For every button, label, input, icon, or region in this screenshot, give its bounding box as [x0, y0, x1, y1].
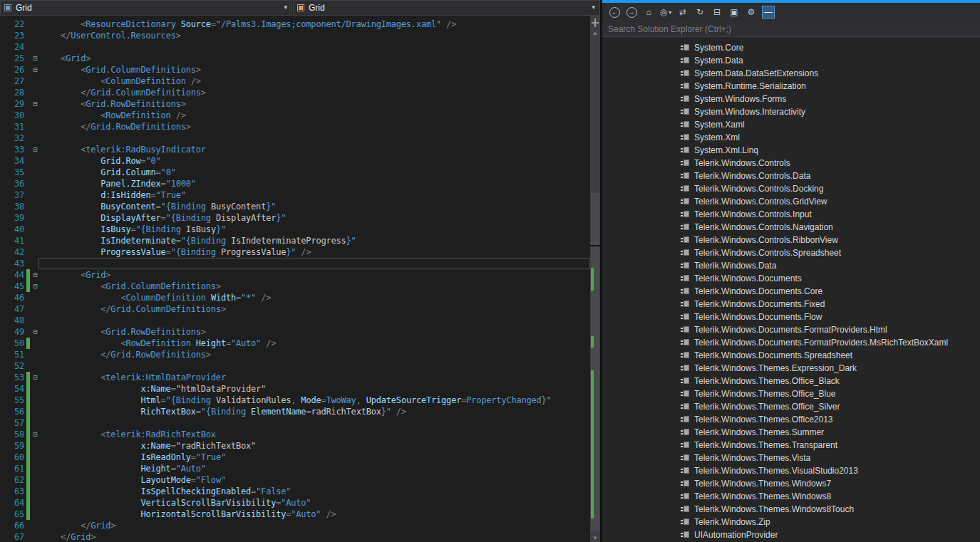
fold-toggle-icon[interactable]: ⊟ — [30, 53, 41, 64]
reference-item[interactable]: Telerik.Windows.Themes.Summer — [602, 426, 980, 439]
code-area[interactable]: 22 <ResourceDictionary Source="/Palms3.I… — [0, 16, 590, 542]
code-line[interactable]: 45⊟ <Grid.ColumnDefinitions> — [0, 281, 590, 292]
reference-item[interactable]: System.Windows.Interactivity — [602, 105, 980, 118]
code-line[interactable]: 39 DisplayAfter="{Binding DisplayAfter}" — [0, 212, 590, 224]
reference-item[interactable]: System.Runtime.Serialization — [602, 80, 980, 93]
code-line[interactable]: 47 </Grid.ColumnDefinitions> — [0, 303, 590, 315]
code-line[interactable]: 28 </Grid.ColumnDefinitions> — [0, 87, 590, 98]
code-line[interactable]: 57 — [0, 417, 590, 429]
reference-item[interactable]: Telerik.Windows.Zip — [602, 516, 980, 528]
code-line[interactable]: 36 Panel.ZIndex="1000" — [0, 178, 590, 189]
reference-item[interactable]: Telerik.Windows.Themes.Transparent — [602, 439, 980, 452]
reference-item[interactable]: System.Data.DataSetExtensions — [602, 67, 980, 80]
reference-item[interactable]: Telerik.Windows.Themes.Office_Black — [602, 375, 980, 387]
reference-item[interactable]: Telerik.Windows.Controls.GridView — [602, 195, 980, 208]
reference-item[interactable]: System.Xml — [602, 131, 980, 144]
code-line[interactable]: 52 — [0, 360, 590, 372]
reference-item[interactable]: System.Data — [602, 54, 980, 67]
scroll-down-button[interactable]: ▼ — [590, 535, 600, 541]
reference-item[interactable]: Telerik.Windows.Controls.Data — [602, 170, 980, 182]
reference-item[interactable]: Telerik.Windows.Controls.RibbonView — [602, 234, 980, 246]
code-line[interactable]: 33⊟ <telerik:RadBusyIndicator — [0, 144, 590, 155]
code-line[interactable]: 60 IsReadOnly="True" — [0, 452, 590, 463]
code-line[interactable]: 35 Grid.Column="0" — [0, 167, 590, 178]
code-line[interactable]: 42 ProgressValue="{Binding ProgressValue… — [0, 246, 590, 258]
code-line[interactable]: 26⊟ <Grid.ColumnDefinitions> — [0, 64, 590, 75]
code-line[interactable]: 61 Height="Auto" — [0, 463, 590, 474]
code-line[interactable]: 64 VerticalScrollBarVisibility="Auto" — [0, 497, 590, 509]
fold-toggle-icon[interactable]: ⊟ — [30, 281, 41, 292]
reference-item[interactable]: Telerik.Windows.Documents.Flow — [602, 311, 980, 323]
code-line[interactable]: 43 — [0, 258, 590, 269]
code-line[interactable]: 65 HorizontalScrollBarVisibility="Auto" … — [0, 509, 590, 520]
code-line[interactable]: 32 — [0, 132, 590, 144]
code-line[interactable]: 31 </Grid.RowDefinitions> — [0, 121, 590, 132]
splitter-grip[interactable] — [592, 19, 599, 27]
code-line[interactable]: 67 </Grid> — [0, 531, 590, 542]
code-line[interactable]: 54 x:Name="htmlDataProvider" — [0, 383, 590, 395]
code-line[interactable]: 56 RichTextBox="{Binding ElementName=rad… — [0, 406, 590, 417]
back-button[interactable]: ← — [608, 6, 621, 19]
reference-item[interactable]: Telerik.Windows.Themes.Windows7 — [602, 477, 980, 490]
code-line[interactable]: 38 BusyContent="{Binding BusyContent}" — [0, 201, 590, 212]
reference-item[interactable]: UIAutomationProvider — [602, 528, 980, 541]
code-line[interactable]: 34 Grid.Row="0" — [0, 155, 590, 167]
reference-item[interactable]: Telerik.Windows.Controls — [602, 157, 980, 170]
scroll-up-button[interactable]: ▲ — [590, 30, 600, 36]
fold-toggle-icon[interactable]: ⊟ — [30, 64, 41, 75]
code-line[interactable]: 24 — [0, 41, 590, 53]
code-line[interactable]: 40 IsBusy="{Binding IsBusy}" — [0, 224, 590, 235]
editor-vertical-scrollbar[interactable]: ▲ ▼ — [590, 16, 600, 542]
preview-selected-items-button[interactable]: — — [762, 6, 775, 19]
reference-item[interactable]: System.Xml.Linq — [602, 144, 980, 157]
navbar-class-dropdown[interactable]: Grid ▾ — [0, 0, 292, 16]
reference-item[interactable]: Telerik.Windows.Documents — [602, 272, 980, 285]
code-line[interactable]: 48 — [0, 315, 590, 326]
collapse-all-button[interactable]: ⊟ — [711, 6, 723, 19]
code-line[interactable]: 25⊟ <Grid> — [0, 53, 590, 64]
reference-item[interactable]: Telerik.Windows.Themes.Office_Blue — [602, 387, 980, 400]
refresh-button[interactable]: ↻ — [693, 6, 706, 19]
code-line[interactable]: 30 <RowDefinition /> — [0, 110, 590, 121]
reference-item[interactable]: Telerik.Windows.Controls.Docking — [602, 182, 980, 195]
switch-views-button[interactable]: ◎▾ — [659, 6, 672, 19]
home-button[interactable]: ⌂ — [642, 6, 655, 19]
code-line[interactable]: 27 <ColumnDefinition /> — [0, 75, 590, 87]
code-line[interactable]: 49⊟ <Grid.RowDefinitions> — [0, 326, 590, 338]
fold-toggle-icon[interactable]: ⊟ — [30, 98, 41, 110]
reference-item[interactable]: Telerik.Windows.Documents.Spreadsheet — [602, 349, 980, 362]
reference-item[interactable]: Telerik.Windows.Controls.Input — [602, 208, 980, 221]
reference-item[interactable]: Telerik.Windows.Documents.FormatProvider… — [602, 323, 980, 336]
forward-button[interactable]: → — [625, 6, 638, 19]
code-line[interactable]: 44⊟ <Grid> — [0, 269, 590, 281]
navbar-member-dropdown[interactable]: Grid ▾ — [293, 0, 600, 16]
code-line[interactable]: 62 LayoutMode="Flow" — [0, 474, 590, 486]
code-line[interactable]: 55 Html="{Binding ValidationRules, Mode=… — [0, 395, 590, 406]
code-line[interactable]: 50 <RowDefinition Height="Auto" /> — [0, 338, 590, 349]
reference-item[interactable]: Telerik.Windows.Controls.Navigation — [602, 221, 980, 234]
reference-item[interactable]: System.Core — [602, 41, 980, 54]
properties-button[interactable]: ⚙ — [745, 6, 758, 19]
code-line[interactable]: 63 IsSpellCheckingEnabled="False" — [0, 486, 590, 497]
code-line[interactable]: 46 <ColumnDefinition Width="*" /> — [0, 292, 590, 303]
reference-item[interactable]: Telerik.Windows.Data — [602, 259, 980, 272]
show-all-files-button[interactable]: ▣ — [728, 6, 741, 19]
fold-toggle-icon[interactable]: ⊟ — [30, 429, 41, 440]
fold-toggle-icon[interactable]: ⊟ — [30, 269, 41, 281]
reference-item[interactable]: Telerik.Windows.Themes.Windows8Touch — [602, 503, 980, 516]
reference-item[interactable]: Telerik.Windows.Documents.Core — [602, 285, 980, 298]
code-line[interactable]: 59 x:Name="radRichTextBox" — [0, 440, 590, 452]
reference-item[interactable]: Telerik.Windows.Documents.Fixed — [602, 298, 980, 311]
code-line[interactable]: 58⊟ <telerik:RadRichTextBox — [0, 429, 590, 440]
reference-item[interactable]: Telerik.Windows.Themes.Expression_Dark — [602, 362, 980, 375]
reference-item[interactable]: System.Windows.Forms — [602, 93, 980, 105]
code-line[interactable]: 51 </Grid.RowDefinitions> — [0, 349, 590, 360]
reference-item[interactable]: System.Xaml — [602, 118, 980, 131]
code-line[interactable]: 29⊟ <Grid.RowDefinitions> — [0, 98, 590, 110]
code-line[interactable]: 37 d:IsHidden="True" — [0, 189, 590, 201]
reference-item[interactable]: Telerik.Windows.Themes.Office2013 — [602, 413, 980, 426]
reference-item[interactable]: Telerik.Windows.Themes.Windows8 — [602, 490, 980, 503]
reference-item[interactable]: Telerik.Windows.Themes.Vista — [602, 452, 980, 464]
code-line[interactable]: 23 </UserControl.Resources> — [0, 30, 590, 41]
code-line[interactable]: 22 <ResourceDictionary Source="/Palms3.I… — [0, 19, 590, 30]
